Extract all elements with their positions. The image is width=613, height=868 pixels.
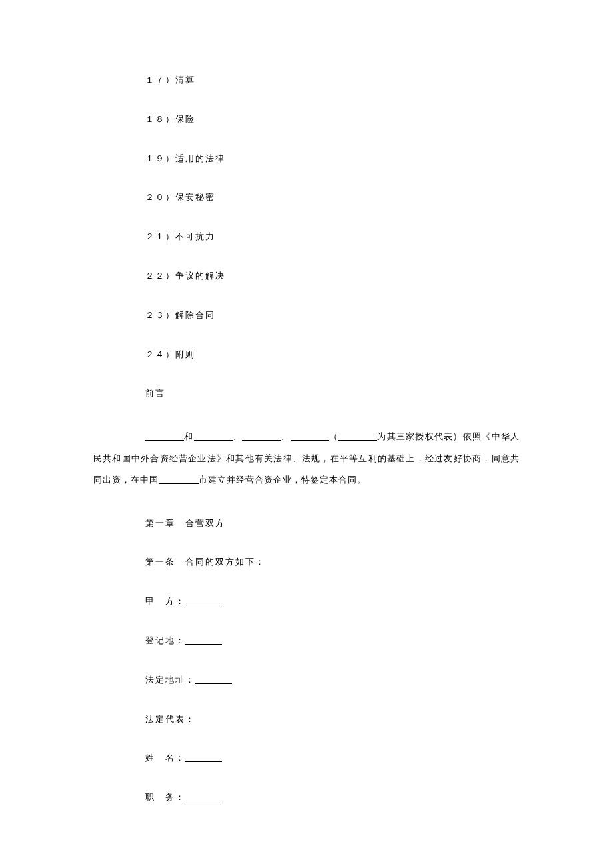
preface-text-c: 、 <box>281 431 291 441</box>
blank-reg-place <box>185 636 222 645</box>
field-reg-place: 登记地： <box>93 634 520 648</box>
preface-paragraph: 和、、（为其三家授权代表）依照《中华人民共和国中外合资经营企业法》和其他有关法律… <box>93 426 520 491</box>
reg-place-label: 登记地： <box>145 635 185 645</box>
toc-item-22: ２２）争议的解决 <box>93 269 520 283</box>
blank-party-a <box>185 597 222 605</box>
blank-legal-addr <box>195 675 232 684</box>
preface-label: 前言 <box>93 387 520 401</box>
blank-party3 <box>242 432 281 441</box>
article-1: 第一条 合同的双方如下： <box>93 555 520 569</box>
toc-item-17: １７）清算 <box>93 73 520 87</box>
legal-rep-label: 法定代表： <box>145 714 195 724</box>
preface-text-a: 和 <box>184 431 194 441</box>
party-a-label: 甲 方： <box>145 596 185 606</box>
field-party-a: 甲 方： <box>93 595 520 609</box>
field-legal-rep: 法定代表： <box>93 713 520 727</box>
toc-item-23: ２３）解除合同 <box>93 309 520 323</box>
toc-item-18: １８）保险 <box>93 113 520 127</box>
blank-auth-rep <box>338 432 377 441</box>
field-name: 姓 名： <box>93 751 520 765</box>
name-label: 姓 名： <box>145 753 185 763</box>
toc-item-21: ２１）不可抗力 <box>93 230 520 244</box>
toc-item-24: ２４）附则 <box>93 348 520 362</box>
blank-name <box>185 753 222 762</box>
preface-text-d: （ <box>329 431 339 441</box>
toc-item-20: ２０）保安秘密 <box>93 191 520 205</box>
blank-party4 <box>291 432 329 441</box>
legal-addr-label: 法定地址： <box>145 675 195 685</box>
chapter-1-title: 第一章 合营双方 <box>93 517 520 531</box>
field-position: 职 务： <box>93 791 520 805</box>
preface-text-b: 、 <box>233 431 243 441</box>
preface-text-f: 市建立并经营合资企业，特签定本合同。 <box>199 475 366 485</box>
field-legal-addr: 法定地址： <box>93 673 520 687</box>
blank-city <box>159 475 199 484</box>
blank-position <box>185 793 222 801</box>
blank-party2 <box>194 432 233 441</box>
blank-party1 <box>145 432 184 441</box>
position-label: 职 务： <box>145 792 185 802</box>
toc-item-19: １９）适用的法律 <box>93 152 520 166</box>
